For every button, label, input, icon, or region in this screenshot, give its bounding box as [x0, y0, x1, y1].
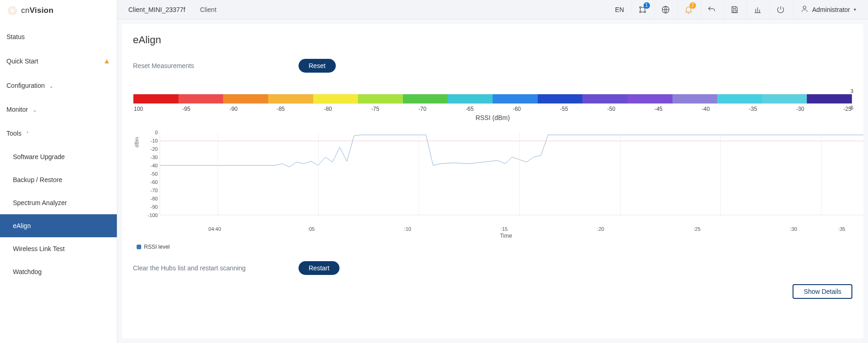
caret-down-icon: ▾: [854, 7, 856, 12]
restart-row: Clear the Hubs list and restart scanning…: [133, 261, 852, 275]
page-title: eAlign: [133, 34, 852, 46]
nav-status[interactable]: Status: [0, 25, 117, 49]
reset-button[interactable]: Reset: [299, 59, 336, 73]
scale-tick: -50: [607, 106, 615, 112]
y-tick: -30: [150, 154, 158, 160]
svg-point-8: [803, 6, 806, 9]
x-tick: :05: [308, 226, 315, 232]
scale-bar: [133, 94, 852, 104]
x-tick: 04:40: [208, 226, 221, 232]
client-name: Client_MINI_23377f: [128, 6, 185, 13]
restart-label: Clear the Hubs list and restart scanning: [133, 264, 299, 272]
scale-tick: -75: [371, 106, 379, 112]
main: Client_MINI_23377f Client EN 1 2: [117, 0, 868, 343]
y-axis-label: dBm: [134, 137, 139, 148]
bell-icon[interactable]: 2: [678, 0, 700, 19]
nav-sub-label: Watchdog: [13, 268, 42, 275]
scale-segment: [717, 94, 762, 103]
chart-icon[interactable]: [747, 0, 769, 19]
legend-swatch: [137, 245, 141, 249]
save-icon[interactable]: [724, 0, 746, 19]
x-tick: :10: [404, 226, 411, 232]
legend: RSSI level: [137, 244, 852, 250]
warning-icon: ▲: [103, 57, 110, 65]
svg-point-2: [639, 6, 641, 8]
sidebar: cnVision Status Quick Start ▲ Configurat…: [0, 0, 117, 343]
scale-tick: -90: [230, 106, 237, 112]
admin-label: Administrator: [812, 6, 850, 13]
undo-icon[interactable]: [701, 0, 723, 19]
legend-label: RSSI level: [144, 244, 170, 250]
language-selector[interactable]: EN: [615, 6, 624, 13]
scale-tick: -30: [796, 106, 804, 112]
power-icon[interactable]: [770, 0, 792, 19]
svg-point-4: [639, 11, 641, 12]
topbar: Client_MINI_23377f Client EN 1 2: [117, 0, 868, 19]
admin-menu[interactable]: Administrator ▾: [793, 0, 863, 19]
scale-segment: [223, 94, 268, 103]
x-tick: :35: [838, 226, 845, 232]
nav-sub-label: Backup / Restore: [13, 176, 62, 183]
show-details-button[interactable]: Show Details: [793, 284, 852, 299]
scale-segment: [403, 94, 448, 103]
y-tick: -100: [148, 212, 158, 218]
nav-tools-submenu: Software Upgrade Backup / Restore Spectr…: [0, 145, 117, 283]
scale-tick: -70: [419, 106, 426, 112]
scale-tick: -80: [324, 106, 332, 112]
topbar-left: Client_MINI_23377f Client: [117, 6, 217, 13]
sidebar-item-backup-restore[interactable]: Backup / Restore: [0, 168, 117, 191]
scale-tick: 100: [134, 106, 143, 112]
x-ticks: 04:40:05:10:15:20:25:30:35: [160, 226, 849, 233]
scale-segment: [448, 94, 493, 103]
nav-label: Configuration: [6, 82, 45, 89]
scale-tick: -45: [655, 106, 662, 112]
scale-tick: -60: [513, 106, 521, 112]
brand: cnVision: [0, 0, 117, 25]
scale-tick: -65: [466, 106, 473, 112]
nav-sub-label: Software Upgrade: [13, 153, 65, 160]
grid-line: [821, 132, 822, 215]
hub-badge: 1: [644, 2, 650, 9]
globe-icon[interactable]: [655, 0, 677, 19]
nav-label: Quick Start: [6, 57, 38, 65]
scale-tick: -55: [560, 106, 568, 112]
y-tick: 0: [155, 130, 158, 135]
y-tick: -10: [150, 138, 158, 143]
sidebar-item-wireless-link-test[interactable]: Wireless Link Test: [0, 237, 117, 260]
chevron-down-icon: ⌄: [33, 107, 37, 113]
restart-button[interactable]: Restart: [299, 261, 339, 275]
hub-icon[interactable]: 1: [632, 0, 654, 19]
nav-configuration[interactable]: Configuration ⌄: [0, 74, 117, 97]
sidebar-item-ealign[interactable]: eAlign: [0, 214, 117, 237]
nav-quick-start[interactable]: Quick Start ▲: [0, 49, 117, 74]
nav-label: Monitor: [6, 106, 28, 113]
user-icon: [800, 5, 809, 14]
grid-line: [218, 132, 218, 215]
scale-segment: [538, 94, 583, 103]
scale-segment: [178, 94, 224, 103]
y-tick: -80: [150, 196, 158, 201]
bell-badge: 2: [690, 2, 696, 9]
scale-tick: -35: [749, 106, 757, 112]
sidebar-item-spectrum-analyzer[interactable]: Spectrum Analyzer: [0, 191, 117, 214]
nav-monitor[interactable]: Monitor ⌄: [0, 97, 117, 121]
x-tick: :20: [597, 226, 604, 232]
svg-point-1: [10, 8, 14, 12]
brand-icon: [7, 6, 17, 16]
grid-line: [318, 132, 319, 215]
grid-line: [720, 132, 721, 215]
scale-segment: [268, 94, 313, 103]
sidebar-item-software-upgrade[interactable]: Software Upgrade: [0, 145, 117, 168]
reset-label: Reset Measurements: [133, 62, 299, 69]
scale-segment: [807, 94, 852, 103]
scale-segment: [313, 94, 358, 103]
svg-rect-7: [733, 10, 736, 12]
chevron-down-icon: ⌄: [49, 83, 53, 89]
client-label: Client: [200, 6, 217, 13]
y-tick: -40: [150, 163, 158, 168]
nav-tools[interactable]: Tools ˄: [0, 121, 117, 145]
chart-area: [160, 132, 863, 215]
scale-tick: -95: [182, 106, 190, 112]
sidebar-item-watchdog[interactable]: Watchdog: [0, 260, 117, 283]
scale-segment: [133, 94, 178, 103]
